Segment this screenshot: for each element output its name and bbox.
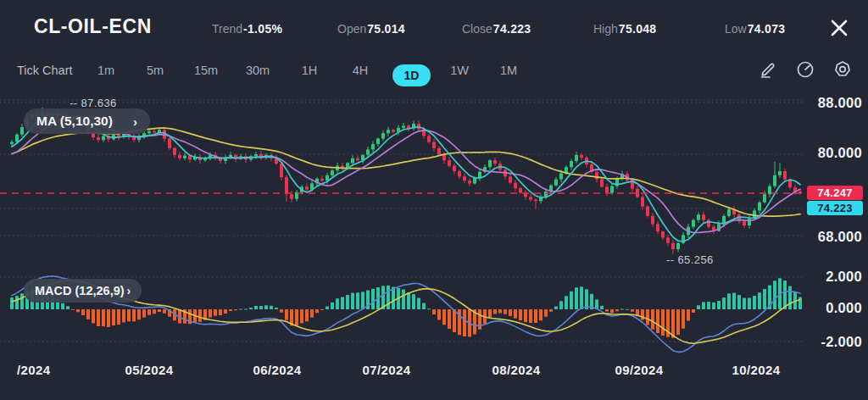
chart-header: CL-OIL-ECN Trend-1.05% Open75.014 Close7…: [0, 0, 868, 53]
close-button[interactable]: [826, 15, 852, 41]
close-price-badge: 74.223: [807, 201, 863, 215]
last-price-badge: 74.247: [807, 186, 863, 200]
x-label-07-2024: 07/2024: [362, 363, 410, 377]
x-label-04-2024: /2024: [17, 363, 51, 377]
chevron-right-icon: ›: [133, 114, 137, 129]
draw-icon: [758, 59, 778, 80]
x-label-09-2024: 09/2024: [615, 363, 663, 377]
tab-4h[interactable]: 4H: [353, 64, 369, 77]
macd-tick-0: 0.000: [826, 300, 862, 316]
stat-trend: Trend-1.05%: [212, 22, 282, 36]
x-label-10-2024: 10/2024: [732, 363, 780, 377]
stat-close: Close74.223: [462, 22, 531, 36]
toolbar-icons: [758, 59, 853, 80]
gauge-button[interactable]: [795, 59, 815, 80]
symbol-title: CL-OIL-ECN: [34, 15, 152, 38]
draw-button[interactable]: [758, 59, 778, 80]
ma-indicator-pill[interactable]: MA (5,10,30) ›: [24, 108, 150, 134]
macd-indicator-pill[interactable]: MACD (12,26,9) ›: [24, 279, 142, 303]
stat-open: Open75.014: [337, 22, 405, 36]
macd-indicator-label: MACD (12,26,9): [35, 284, 125, 297]
x-label-08-2024: 08/2024: [492, 363, 540, 377]
low-marker: -- 65.256: [666, 253, 714, 266]
tab-1w[interactable]: 1W: [450, 64, 469, 77]
gauge-icon: [795, 59, 815, 80]
macd-tick-neg2: -2.000: [821, 334, 862, 350]
ma-indicator-label: MA (5,10,30): [36, 114, 113, 129]
stat-low: Low74.073: [725, 22, 785, 36]
price-tick-68: 68.000: [818, 229, 862, 245]
macd-tick-2: 2.000: [826, 269, 862, 285]
price-tick-80: 80.000: [818, 145, 862, 161]
chevron-right-icon: ›: [127, 284, 131, 297]
tab-tick-chart[interactable]: Tick Chart: [17, 64, 73, 77]
price-tick-88: 88.000: [818, 95, 862, 111]
x-label-06-2024: 06/2024: [253, 363, 301, 377]
close-icon: [826, 15, 852, 41]
stat-high: High75.048: [593, 22, 656, 36]
settings-icon: [832, 59, 853, 80]
tab-15m[interactable]: 15m: [194, 64, 218, 77]
high-marker: -- 87.636: [70, 97, 117, 109]
settings-button[interactable]: [832, 59, 853, 80]
tab-1h[interactable]: 1H: [302, 64, 318, 77]
trading-chart-window: CL-OIL-ECN Trend-1.05% Open75.014 Close7…: [0, 0, 868, 400]
tab-1d-selected[interactable]: 1D: [392, 64, 431, 86]
tab-30m[interactable]: 30m: [246, 64, 270, 77]
tab-5m[interactable]: 5m: [147, 64, 164, 77]
tab-1M[interactable]: 1M: [500, 64, 517, 77]
timeframe-toolbar: Tick Chart 1m 5m 15m 30m 1H 4H 1D 1W 1M: [0, 53, 868, 92]
x-label-05-2024: 05/2024: [125, 363, 173, 377]
tab-1m[interactable]: 1m: [97, 64, 114, 77]
